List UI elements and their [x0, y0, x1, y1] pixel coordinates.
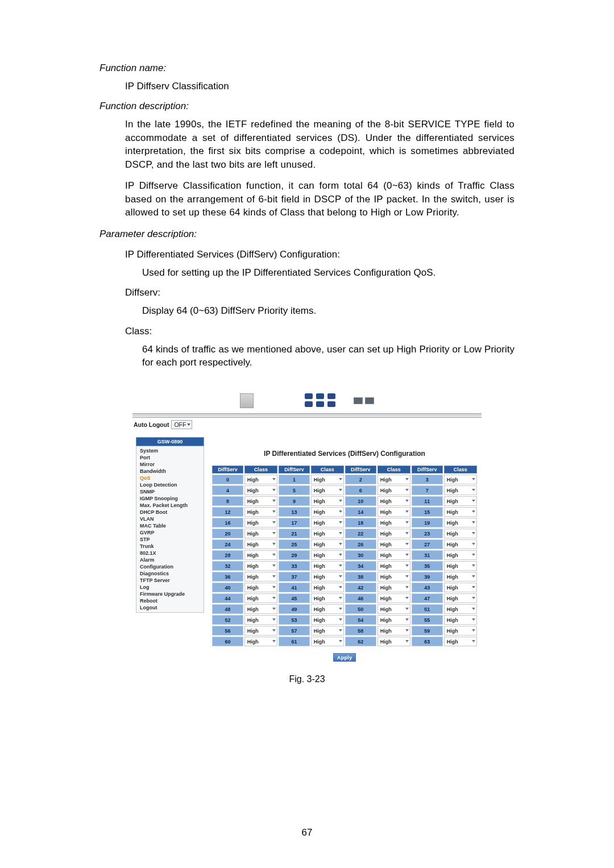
class-select[interactable]: High — [244, 593, 277, 603]
class-select[interactable]: High — [377, 572, 410, 582]
diffserv-index: 20 — [212, 529, 243, 538]
class-select[interactable]: High — [244, 550, 277, 560]
sidebar-item[interactable]: Configuration — [136, 563, 204, 570]
class-select[interactable]: High — [244, 583, 277, 592]
class-select[interactable]: High — [444, 626, 477, 636]
class-select[interactable]: High — [377, 529, 410, 538]
class-select[interactable]: High — [444, 496, 477, 506]
class-select[interactable]: High — [311, 475, 344, 484]
class-select[interactable]: High — [444, 583, 477, 592]
sidebar-item[interactable]: Diagnostics — [136, 570, 204, 577]
class-select[interactable]: High — [377, 539, 410, 549]
sidebar-item[interactable]: Bandwidth — [136, 468, 204, 475]
class-select[interactable]: High — [311, 572, 344, 582]
sidebar-item[interactable]: Loop Detection — [136, 481, 204, 488]
class-select[interactable]: High — [377, 615, 410, 625]
class-select[interactable]: High — [311, 615, 344, 625]
sidebar-item[interactable]: Max. Packet Length — [136, 502, 204, 509]
class-select[interactable]: High — [444, 475, 477, 484]
class-select[interactable]: High — [244, 604, 277, 614]
class-select[interactable]: High — [311, 518, 344, 528]
sidebar-item[interactable]: GVRP — [136, 529, 204, 536]
diffserv-index: 56 — [212, 626, 243, 636]
class-select[interactable]: High — [311, 583, 344, 592]
class-select[interactable]: High — [244, 529, 277, 538]
sidebar-item[interactable]: Log — [136, 584, 204, 591]
class-select[interactable]: High — [444, 507, 477, 517]
class-select[interactable]: High — [377, 593, 410, 603]
diffserv-index: 24 — [212, 539, 243, 549]
sidebar-item[interactable]: 802.1X — [136, 550, 204, 556]
class-select[interactable]: High — [244, 539, 277, 549]
class-select[interactable]: High — [444, 485, 477, 495]
sidebar-item[interactable]: System — [136, 447, 204, 454]
device-logo-icon — [240, 393, 254, 408]
sidebar-item[interactable]: Port — [136, 454, 204, 461]
class-select[interactable]: High — [377, 583, 410, 592]
sidebar-item[interactable]: TFTP Server — [136, 577, 204, 584]
sidebar-item[interactable]: Logout — [136, 604, 204, 611]
class-select[interactable]: High — [377, 507, 410, 517]
class-select[interactable]: High — [444, 561, 477, 571]
sidebar-item[interactable]: MAC Table — [136, 522, 204, 529]
class-select[interactable]: High — [311, 550, 344, 560]
class-select[interactable]: High — [311, 604, 344, 614]
sidebar-item[interactable]: Firmware Upgrade — [136, 591, 204, 597]
class-select[interactable]: High — [377, 637, 410, 646]
class-select[interactable]: High — [311, 529, 344, 538]
class-select[interactable]: High — [244, 518, 277, 528]
sidebar-item[interactable]: VLAN — [136, 516, 204, 522]
param-class-body: 64 kinds of traffic as we mentioned abov… — [142, 343, 515, 369]
class-select[interactable]: High — [444, 529, 477, 538]
class-select[interactable]: High — [444, 593, 477, 603]
class-select[interactable]: High — [244, 637, 277, 646]
class-select[interactable]: High — [444, 615, 477, 625]
sidebar-item[interactable]: SNMP — [136, 488, 204, 495]
sidebar-item[interactable]: QoS — [136, 475, 204, 481]
sidebar-item[interactable]: Reboot — [136, 597, 204, 604]
class-select[interactable]: High — [311, 496, 344, 506]
auto-logout-select[interactable]: OFF — [171, 420, 192, 429]
class-select[interactable]: High — [311, 507, 344, 517]
class-select[interactable]: High — [444, 518, 477, 528]
class-select[interactable]: High — [377, 518, 410, 528]
class-select[interactable]: High — [311, 593, 344, 603]
class-select[interactable]: High — [244, 485, 277, 495]
class-select[interactable]: High — [377, 485, 410, 495]
class-select[interactable]: High — [311, 485, 344, 495]
apply-button[interactable]: Apply — [333, 653, 356, 662]
class-select[interactable]: High — [311, 539, 344, 549]
sidebar-item[interactable]: Mirror — [136, 461, 204, 468]
table-row: 8High9High10High11High — [212, 496, 477, 506]
class-select[interactable]: High — [444, 539, 477, 549]
sidebar-item[interactable]: IGMP Snooping — [136, 495, 204, 502]
class-select[interactable]: High — [444, 572, 477, 582]
class-select[interactable]: High — [377, 496, 410, 506]
class-select[interactable]: High — [244, 572, 277, 582]
class-select[interactable]: High — [444, 550, 477, 560]
class-select[interactable]: High — [244, 507, 277, 517]
diffserv-index: 48 — [212, 604, 243, 614]
sidebar-item[interactable]: Alarm — [136, 556, 204, 563]
class-select[interactable]: High — [244, 496, 277, 506]
class-select[interactable]: High — [311, 626, 344, 636]
sidebar-item[interactable]: STP — [136, 536, 204, 543]
class-select[interactable]: High — [311, 637, 344, 646]
class-select[interactable]: High — [244, 475, 277, 484]
class-select[interactable]: High — [377, 561, 410, 571]
class-select[interactable]: High — [377, 604, 410, 614]
class-select[interactable]: High — [377, 626, 410, 636]
class-select[interactable]: High — [444, 604, 477, 614]
diffserv-index: 40 — [212, 583, 243, 592]
class-select[interactable]: High — [377, 475, 410, 484]
class-select[interactable]: High — [311, 561, 344, 571]
class-select[interactable]: High — [444, 637, 477, 646]
class-select[interactable]: High — [244, 561, 277, 571]
class-select[interactable]: High — [244, 615, 277, 625]
class-select[interactable]: High — [377, 550, 410, 560]
class-select[interactable]: High — [244, 626, 277, 636]
sidebar-item[interactable]: Trunk — [136, 543, 204, 550]
sidebar-item[interactable]: DHCP Boot — [136, 509, 204, 516]
diffserv-index: 0 — [212, 475, 243, 484]
sidebar-list: SystemPortMirrorBandwidthQoSLoop Detecti… — [136, 446, 204, 613]
